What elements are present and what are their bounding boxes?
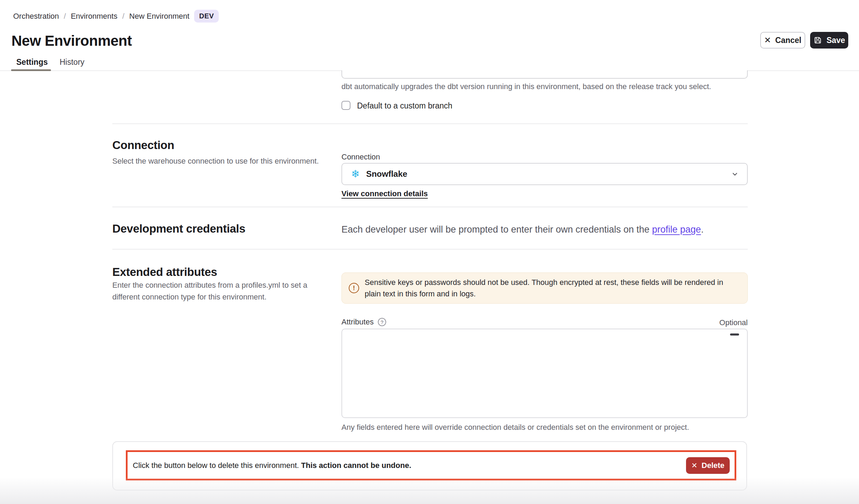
- save-icon: [813, 36, 822, 45]
- view-connection-details-link[interactable]: View connection details: [341, 189, 428, 198]
- environment-settings-page: Orchestration / Environments / New Envir…: [0, 0, 859, 504]
- attributes-label-row: Attributes ?: [341, 318, 386, 327]
- delete-text-regular: Click the button below to delete this en…: [133, 461, 301, 470]
- breadcrumb-new-environment[interactable]: New Environment: [129, 12, 190, 21]
- danger-zone-annotation-highlight: Click the button below to delete this en…: [126, 450, 736, 480]
- environment-type-badge: DEV: [194, 10, 219, 23]
- custom-branch-label: Default to a custom branch: [357, 101, 452, 111]
- extended-attributes-description: Enter the connection attributes from a p…: [112, 279, 329, 303]
- section-divider: [112, 249, 748, 250]
- sensitive-keys-warning: ! Sensitive keys or passwords should not…: [341, 272, 748, 304]
- connection-selected-value: Snowflake: [366, 169, 407, 179]
- delete-button-label: Delete: [702, 461, 724, 470]
- cancel-button[interactable]: ✕ Cancel: [760, 32, 805, 49]
- devcred-text-after: .: [701, 224, 704, 235]
- connection-select[interactable]: ❄ Snowflake: [341, 163, 748, 185]
- close-icon: ✕: [691, 462, 697, 469]
- development-credentials-text: Each developer user will be prompted to …: [341, 224, 704, 235]
- breadcrumb-separator: /: [64, 12, 66, 21]
- tab-history[interactable]: History: [60, 58, 85, 67]
- connection-heading: Connection: [112, 139, 174, 152]
- attributes-textarea[interactable]: [341, 329, 748, 418]
- cancel-button-label: Cancel: [775, 36, 801, 45]
- section-divider: [112, 123, 748, 124]
- extended-attributes-heading: Extended attributes: [112, 266, 217, 279]
- connection-field-label: Connection: [341, 153, 380, 162]
- release-track-helper: dbt automatically upgrades the dbt versi…: [341, 82, 711, 91]
- warning-icon: !: [349, 283, 359, 293]
- page-title: New Environment: [11, 33, 132, 49]
- attributes-field-label: Attributes: [341, 318, 374, 327]
- breadcrumb-environments[interactable]: Environments: [71, 12, 118, 21]
- breadcrumb-separator: /: [122, 12, 124, 21]
- custom-branch-checkbox[interactable]: [341, 101, 350, 110]
- development-credentials-heading: Development credentials: [112, 222, 245, 235]
- tab-settings[interactable]: Settings: [16, 58, 48, 67]
- chevron-down-icon: [730, 170, 739, 179]
- warning-text: Sensitive keys or passwords should not b…: [365, 277, 739, 299]
- profile-page-link[interactable]: profile page: [652, 224, 701, 235]
- delete-button[interactable]: ✕ Delete: [686, 457, 730, 474]
- connection-description: Select the warehouse connection to use f…: [112, 155, 334, 167]
- breadcrumb-orchestration[interactable]: Orchestration: [13, 12, 59, 21]
- delete-text-bold: This action cannot be undone.: [301, 461, 411, 470]
- save-button[interactable]: Save: [810, 32, 848, 49]
- attributes-optional-label: Optional: [713, 318, 748, 327]
- help-icon[interactable]: ?: [378, 318, 386, 326]
- devcred-text-before: Each developer user will be prompted to …: [341, 224, 652, 235]
- section-divider: [112, 207, 748, 207]
- save-button-label: Save: [826, 36, 845, 45]
- close-icon: ✕: [764, 36, 771, 44]
- release-track-input-partial[interactable]: [341, 70, 748, 79]
- active-tab-underline: [11, 69, 51, 71]
- attributes-helper: Any fields entered here will override co…: [341, 423, 689, 432]
- collapse-editor-icon[interactable]: [730, 333, 739, 336]
- delete-environment-text: Click the button below to delete this en…: [133, 461, 411, 470]
- breadcrumb: Orchestration / Environments / New Envir…: [13, 10, 219, 23]
- snowflake-icon: ❄: [351, 169, 360, 179]
